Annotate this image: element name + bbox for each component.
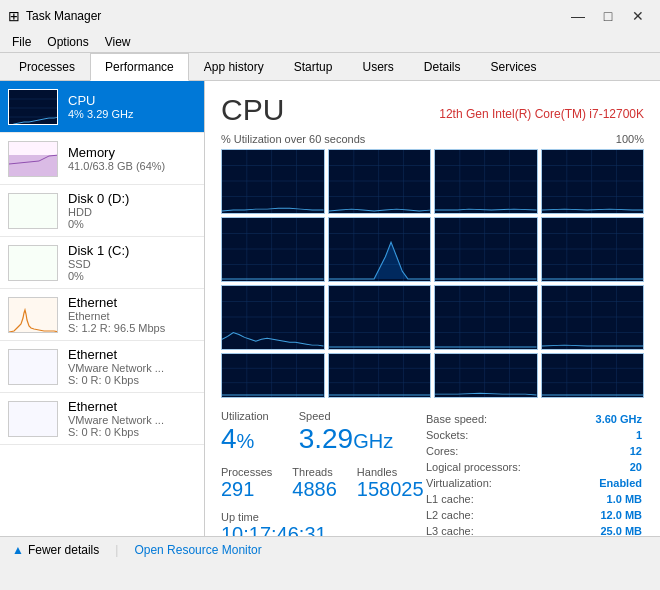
speed-block: Speed 3.29GHz [299,410,394,456]
threads-value: 4886 [292,478,337,501]
utilization-number: 4 [221,423,237,454]
cpu-cell-8 [541,217,645,282]
disk1-sub1: SSD [68,258,196,270]
svg-rect-3 [9,155,58,177]
disk1-sub2: 0% [68,270,196,282]
close-button[interactable]: ✕ [624,6,652,26]
titlebar-left: ⊞ Task Manager [8,8,101,24]
menu-options[interactable]: Options [39,32,96,52]
minimize-button[interactable]: — [564,6,592,26]
processes-block: Processes 291 [221,466,272,501]
cpu-cell-7 [434,217,538,282]
virt-row: Virtualization: Enabled [426,476,642,490]
virt-value: Enabled [572,476,642,490]
fewer-details-label: Fewer details [28,543,99,557]
sidebar-item-cpu[interactable]: CPU 4% 3.29 GHz [0,81,204,133]
l1-label: L1 cache: [426,492,570,506]
eth2-info: Ethernet VMware Network ... S: 0 R: 0 Kb… [68,347,196,386]
speed-value: 3.29GHz [299,422,394,456]
l3-value: 25.0 MB [572,524,642,536]
base-speed-value: 3.60 GHz [572,412,642,426]
cpu-cell-4 [541,149,645,214]
utilization-block: Utilization 4% [221,410,269,456]
handles-block: Handles 158025 [357,466,424,501]
l1-row: L1 cache: 1.0 MB [426,492,642,506]
menu-file[interactable]: File [4,32,39,52]
tab-apphistory[interactable]: App history [189,53,279,81]
cores-value: 12 [572,444,642,458]
eth3-sub2: S: 0 R: 0 Kbps [68,426,196,438]
cores-row: Cores: 12 [426,444,642,458]
resource-monitor-link[interactable]: Open Resource Monitor [134,543,261,557]
bottom-bar: ▲ Fewer details | Open Resource Monitor [0,536,660,563]
speed-label: Speed [299,410,394,422]
menubar: File Options View [0,32,660,53]
tab-bar: Processes Performance App history Startu… [0,53,660,81]
l2-label: L2 cache: [426,508,570,522]
sidebar-item-disk1[interactable]: Disk 1 (C:) SSD 0% [0,237,204,289]
svg-marker-40 [374,242,408,279]
processes-label: Processes [221,466,272,478]
memory-sub: 41.0/63.8 GB (64%) [68,160,196,172]
l3-row: L3 cache: 25.0 MB [426,524,642,536]
right-panel: CPU 12th Gen Intel(R) Core(TM) i7-12700K… [205,81,660,536]
tab-details[interactable]: Details [409,53,476,81]
cpu-cell-13 [221,353,325,398]
tab-startup[interactable]: Startup [279,53,348,81]
titlebar-controls: — □ ✕ [564,6,652,26]
cpu-main-title: CPU [221,93,284,126]
eth3-sub1: VMware Network ... [68,414,196,426]
cpu-grid [221,149,644,398]
cpu-cell-16 [541,353,645,398]
titlebar: ⊞ Task Manager — □ ✕ [0,0,660,32]
eth3-thumb [8,401,58,437]
memory-info: Memory 41.0/63.8 GB (64%) [68,145,196,172]
graph-label-row: % Utilization over 60 seconds 100% [221,133,644,145]
tab-processes[interactable]: Processes [4,53,90,81]
logical-value: 20 [572,460,642,474]
eth1-label: Ethernet [68,295,196,310]
tab-services[interactable]: Services [476,53,552,81]
stats-section: Utilization 4% Speed 3.29GHz [221,410,644,536]
sidebar-item-disk0[interactable]: Disk 0 (D:) HDD 0% [0,185,204,237]
l3-label: L3 cache: [426,524,570,536]
cpu-sub: 4% 3.29 GHz [68,108,196,120]
disk0-sub2: 0% [68,218,196,230]
uptime-label: Up time [221,511,424,523]
memory-thumb [8,141,58,177]
app-icon: ⊞ [8,8,20,24]
disk0-thumb [8,193,58,229]
virt-label: Virtualization: [426,476,570,490]
tab-users[interactable]: Users [347,53,408,81]
eth2-sub1: VMware Network ... [68,362,196,374]
menu-view[interactable]: View [97,32,139,52]
cpu-cell-11 [434,285,538,350]
l2-row: L2 cache: 12.0 MB [426,508,642,522]
disk1-label: Disk 1 (C:) [68,243,196,258]
tab-performance[interactable]: Performance [90,53,189,81]
l1-value: 1.0 MB [572,492,642,506]
maximize-button[interactable]: □ [594,6,622,26]
separator: | [115,543,118,557]
sidebar-item-eth1[interactable]: Ethernet Ethernet S: 1.2 R: 96.5 Mbps [0,289,204,341]
disk0-label: Disk 0 (D:) [68,191,196,206]
fewer-details-icon: ▲ [12,543,24,557]
cpu-header: CPU 12th Gen Intel(R) Core(TM) i7-12700K [221,93,644,127]
base-speed-row: Base speed: 3.60 GHz [426,412,642,426]
sidebar-item-memory[interactable]: Memory 41.0/63.8 GB (64%) [0,133,204,185]
sidebar-item-eth3[interactable]: Ethernet VMware Network ... S: 0 R: 0 Kb… [0,393,204,445]
cpu-cell-2 [328,149,432,214]
memory-label: Memory [68,145,196,160]
cpu-cell-5 [221,217,325,282]
fewer-details-button[interactable]: ▲ Fewer details [12,543,99,557]
graph-label: % Utilization over 60 seconds [221,133,365,145]
eth2-thumb [8,349,58,385]
sidebar-item-eth2[interactable]: Ethernet VMware Network ... S: 0 R: 0 Kb… [0,341,204,393]
eth1-sub2: S: 1.2 R: 96.5 Mbps [68,322,196,334]
specs-table: Base speed: 3.60 GHz Sockets: 1 Cores: 1… [424,410,644,536]
eth3-info: Ethernet VMware Network ... S: 0 R: 0 Kb… [68,399,196,438]
utilization-value: 4% [221,422,269,456]
threads-label: Threads [292,466,337,478]
threads-block: Threads 4886 [292,466,337,501]
cpu-cell-6 [328,217,432,282]
